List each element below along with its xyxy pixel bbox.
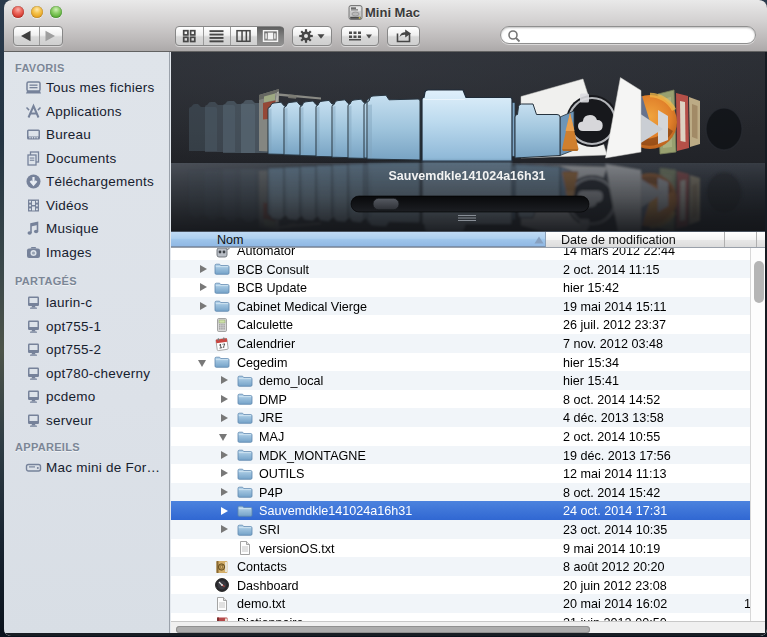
svg-text:@: @ — [218, 563, 225, 570]
svg-text:Sauvemdkle141024a16h31: Sauvemdkle141024a16h31 — [388, 169, 545, 183]
